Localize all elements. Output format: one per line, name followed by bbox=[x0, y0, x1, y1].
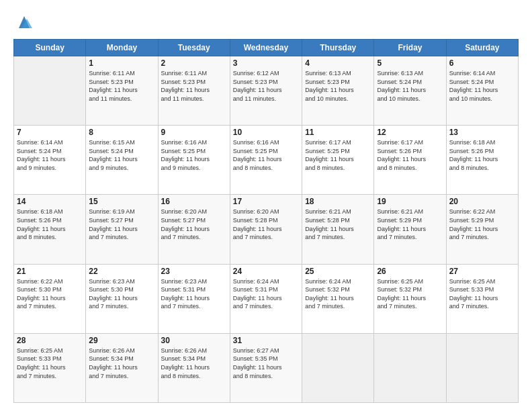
calendar-week-row: 21Sunrise: 6:22 AM Sunset: 5:30 PM Dayli… bbox=[14, 264, 519, 333]
day-number: 25 bbox=[305, 267, 371, 276]
day-info: Sunrise: 6:25 AM Sunset: 5:33 PM Dayligh… bbox=[17, 347, 83, 380]
calendar-cell: 4Sunrise: 6:13 AM Sunset: 5:23 PM Daylig… bbox=[302, 56, 374, 126]
day-info: Sunrise: 6:11 AM Sunset: 5:23 PM Dayligh… bbox=[161, 69, 227, 103]
day-info: Sunrise: 6:19 AM Sunset: 5:27 PM Dayligh… bbox=[89, 208, 154, 241]
day-info: Sunrise: 6:15 AM Sunset: 5:24 PM Dayligh… bbox=[89, 138, 154, 172]
day-number: 14 bbox=[17, 197, 83, 206]
day-info: Sunrise: 6:16 AM Sunset: 5:25 PM Dayligh… bbox=[161, 138, 227, 172]
calendar-cell: 20Sunrise: 6:22 AM Sunset: 5:29 PM Dayli… bbox=[446, 195, 518, 264]
day-info: Sunrise: 6:11 AM Sunset: 5:23 PM Dayligh… bbox=[89, 69, 154, 103]
day-info: Sunrise: 6:18 AM Sunset: 5:26 PM Dayligh… bbox=[449, 138, 515, 172]
day-info: Sunrise: 6:17 AM Sunset: 5:25 PM Dayligh… bbox=[305, 138, 371, 172]
calendar-cell: 3Sunrise: 6:12 AM Sunset: 5:23 PM Daylig… bbox=[230, 56, 302, 126]
day-info: Sunrise: 6:21 AM Sunset: 5:29 PM Dayligh… bbox=[377, 208, 443, 241]
calendar-cell: 7Sunrise: 6:14 AM Sunset: 5:24 PM Daylig… bbox=[14, 126, 86, 195]
calendar-cell: 23Sunrise: 6:23 AM Sunset: 5:31 PM Dayli… bbox=[158, 264, 230, 333]
calendar-cell: 16Sunrise: 6:20 AM Sunset: 5:27 PM Dayli… bbox=[158, 195, 230, 264]
calendar-cell: 30Sunrise: 6:26 AM Sunset: 5:34 PM Dayli… bbox=[158, 333, 230, 402]
day-number: 2 bbox=[161, 58, 227, 68]
day-number: 8 bbox=[89, 128, 154, 137]
day-number: 5 bbox=[377, 58, 443, 68]
day-number: 4 bbox=[305, 58, 371, 68]
day-number: 21 bbox=[17, 267, 83, 276]
day-info: Sunrise: 6:22 AM Sunset: 5:30 PM Dayligh… bbox=[17, 277, 83, 311]
calendar-page: SundayMondayTuesdayWednesdayThursdayFrid… bbox=[0, 0, 532, 411]
day-number: 23 bbox=[161, 267, 227, 276]
day-number: 13 bbox=[449, 128, 515, 137]
calendar-cell: 27Sunrise: 6:25 AM Sunset: 5:33 PM Dayli… bbox=[446, 264, 518, 333]
calendar-cell: 26Sunrise: 6:25 AM Sunset: 5:32 PM Dayli… bbox=[374, 264, 446, 333]
day-info: Sunrise: 6:13 AM Sunset: 5:23 PM Dayligh… bbox=[305, 69, 371, 103]
day-number: 15 bbox=[89, 197, 154, 206]
day-info: Sunrise: 6:13 AM Sunset: 5:24 PM Dayligh… bbox=[377, 69, 443, 103]
weekday-header-saturday: Saturday bbox=[446, 40, 518, 56]
day-number: 6 bbox=[449, 58, 515, 68]
calendar-cell bbox=[446, 333, 518, 402]
day-info: Sunrise: 6:14 AM Sunset: 5:24 PM Dayligh… bbox=[449, 69, 515, 103]
day-info: Sunrise: 6:23 AM Sunset: 5:30 PM Dayligh… bbox=[89, 277, 154, 311]
calendar-cell: 24Sunrise: 6:24 AM Sunset: 5:31 PM Dayli… bbox=[230, 264, 302, 333]
calendar-cell: 17Sunrise: 6:20 AM Sunset: 5:28 PM Dayli… bbox=[230, 195, 302, 264]
calendar-cell: 25Sunrise: 6:24 AM Sunset: 5:32 PM Dayli… bbox=[302, 264, 374, 333]
calendar-cell: 12Sunrise: 6:17 AM Sunset: 5:26 PM Dayli… bbox=[374, 126, 446, 195]
calendar-week-row: 7Sunrise: 6:14 AM Sunset: 5:24 PM Daylig… bbox=[14, 126, 519, 195]
day-number: 22 bbox=[89, 267, 154, 276]
weekday-header-row: SundayMondayTuesdayWednesdayThursdayFrid… bbox=[14, 40, 519, 56]
calendar-cell: 14Sunrise: 6:18 AM Sunset: 5:26 PM Dayli… bbox=[14, 195, 86, 264]
day-info: Sunrise: 6:12 AM Sunset: 5:23 PM Dayligh… bbox=[233, 69, 299, 103]
calendar-cell: 21Sunrise: 6:22 AM Sunset: 5:30 PM Dayli… bbox=[14, 264, 86, 333]
calendar-cell: 10Sunrise: 6:16 AM Sunset: 5:25 PM Dayli… bbox=[230, 126, 302, 195]
calendar-cell: 29Sunrise: 6:26 AM Sunset: 5:34 PM Dayli… bbox=[86, 333, 158, 402]
day-number: 31 bbox=[233, 336, 299, 345]
weekday-header-thursday: Thursday bbox=[302, 40, 374, 56]
calendar-body: 1Sunrise: 6:11 AM Sunset: 5:23 PM Daylig… bbox=[14, 56, 519, 403]
day-number: 26 bbox=[377, 267, 443, 276]
calendar-header: SundayMondayTuesdayWednesdayThursdayFrid… bbox=[14, 40, 519, 56]
day-number: 3 bbox=[233, 58, 299, 68]
day-info: Sunrise: 6:20 AM Sunset: 5:28 PM Dayligh… bbox=[233, 208, 299, 241]
day-number: 9 bbox=[161, 128, 227, 137]
logo-icon bbox=[15, 13, 34, 32]
day-info: Sunrise: 6:14 AM Sunset: 5:24 PM Dayligh… bbox=[17, 138, 83, 172]
calendar-cell: 9Sunrise: 6:16 AM Sunset: 5:25 PM Daylig… bbox=[158, 126, 230, 195]
day-info: Sunrise: 6:26 AM Sunset: 5:34 PM Dayligh… bbox=[161, 347, 227, 380]
day-info: Sunrise: 6:20 AM Sunset: 5:27 PM Dayligh… bbox=[161, 208, 227, 241]
calendar-week-row: 1Sunrise: 6:11 AM Sunset: 5:23 PM Daylig… bbox=[14, 56, 519, 126]
day-number: 30 bbox=[161, 336, 227, 345]
calendar-cell: 13Sunrise: 6:18 AM Sunset: 5:26 PM Dayli… bbox=[446, 126, 518, 195]
day-info: Sunrise: 6:17 AM Sunset: 5:26 PM Dayligh… bbox=[377, 138, 443, 172]
day-info: Sunrise: 6:25 AM Sunset: 5:32 PM Dayligh… bbox=[377, 277, 443, 311]
weekday-header-monday: Monday bbox=[86, 40, 158, 56]
calendar-week-row: 14Sunrise: 6:18 AM Sunset: 5:26 PM Dayli… bbox=[14, 195, 519, 264]
day-number: 7 bbox=[17, 128, 83, 137]
day-number: 17 bbox=[233, 197, 299, 206]
day-info: Sunrise: 6:27 AM Sunset: 5:35 PM Dayligh… bbox=[233, 347, 299, 380]
calendar-cell: 19Sunrise: 6:21 AM Sunset: 5:29 PM Dayli… bbox=[374, 195, 446, 264]
weekday-header-friday: Friday bbox=[374, 40, 446, 56]
weekday-header-tuesday: Tuesday bbox=[158, 40, 230, 56]
calendar-cell: 31Sunrise: 6:27 AM Sunset: 5:35 PM Dayli… bbox=[230, 333, 302, 402]
calendar-cell bbox=[374, 333, 446, 402]
day-info: Sunrise: 6:21 AM Sunset: 5:28 PM Dayligh… bbox=[305, 208, 371, 241]
header bbox=[13, 11, 519, 32]
day-info: Sunrise: 6:16 AM Sunset: 5:25 PM Dayligh… bbox=[233, 138, 299, 172]
day-number: 16 bbox=[161, 197, 227, 206]
day-info: Sunrise: 6:25 AM Sunset: 5:33 PM Dayligh… bbox=[449, 277, 515, 311]
calendar-cell bbox=[302, 333, 374, 402]
day-info: Sunrise: 6:24 AM Sunset: 5:32 PM Dayligh… bbox=[305, 277, 371, 311]
day-number: 20 bbox=[449, 197, 515, 206]
day-info: Sunrise: 6:18 AM Sunset: 5:26 PM Dayligh… bbox=[17, 208, 83, 241]
logo bbox=[13, 13, 34, 32]
day-number: 24 bbox=[233, 267, 299, 276]
day-info: Sunrise: 6:23 AM Sunset: 5:31 PM Dayligh… bbox=[161, 277, 227, 311]
day-number: 28 bbox=[17, 336, 83, 345]
weekday-header-wednesday: Wednesday bbox=[230, 40, 302, 56]
calendar-cell: 8Sunrise: 6:15 AM Sunset: 5:24 PM Daylig… bbox=[86, 126, 158, 195]
day-number: 27 bbox=[449, 267, 515, 276]
day-number: 29 bbox=[89, 336, 154, 345]
day-number: 19 bbox=[377, 197, 443, 206]
calendar-cell: 5Sunrise: 6:13 AM Sunset: 5:24 PM Daylig… bbox=[374, 56, 446, 126]
calendar-table: SundayMondayTuesdayWednesdayThursdayFrid… bbox=[13, 39, 519, 403]
day-info: Sunrise: 6:26 AM Sunset: 5:34 PM Dayligh… bbox=[89, 347, 154, 380]
calendar-cell: 15Sunrise: 6:19 AM Sunset: 5:27 PM Dayli… bbox=[86, 195, 158, 264]
